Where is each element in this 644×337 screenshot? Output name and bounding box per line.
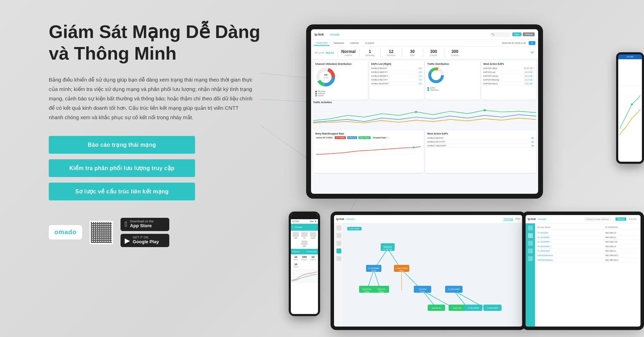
svg-text:Switch: Switch [371, 270, 377, 272]
stat-3: 30 EAP [405, 49, 419, 56]
bt-tabs: Topology Map [503, 217, 520, 221]
bp-icon-4: 300 [301, 240, 308, 247]
new-btn[interactable]: New [512, 32, 521, 36]
bt-tab-map[interactable]: Map [515, 217, 520, 221]
traffic-label-2: Switches [430, 89, 439, 91]
brt-tab-device[interactable]: Device [628, 217, 638, 221]
bp-clients-val: 10 [292, 263, 300, 266]
bt-tab-topology[interactable]: Topology [503, 217, 513, 221]
eap-name-3: A4:8E12:6E1YFY [371, 79, 388, 81]
topology-svg: Gateway TL-ER7206 T4-SG2008P Switch T4-8… [346, 225, 520, 324]
right-phone-chart [620, 61, 641, 160]
svg-text:EAP214-6: EAP214-6 [378, 288, 386, 290]
active-eap-4: EAP225-Floor1 5.41 GB ↑ [483, 82, 534, 86]
qr-inner [91, 222, 112, 243]
stats-divider-6 [444, 49, 444, 57]
bt-header: tp·link omado Topology Map [334, 215, 522, 223]
expand-btn[interactable] [530, 50, 535, 56]
stats-divider-1 [337, 49, 338, 57]
bottom-eap-val-2: ●● [532, 145, 534, 147]
bt-sidebar [334, 223, 344, 327]
eap-item-3: A4:8E12:6E1YFY - 1% [371, 78, 422, 82]
eap-list: A4:8E12:6E3YFT - 1% A4:8E12:6E8YYT - 1% … [371, 67, 422, 86]
bp-devices-val: 359 [301, 255, 309, 259]
app-store-label-small: Download on the [130, 220, 154, 223]
right-phone-label: OC200 [627, 56, 633, 58]
brt-app: omado [538, 217, 546, 221]
tab-overview[interactable]: Overview [314, 40, 329, 46]
brt-name-2: TL-SG2008P [537, 241, 604, 243]
channel-util-legend: Blocked Inactive Active [315, 90, 366, 97]
tab-control[interactable]: Control [363, 41, 376, 45]
brt-name-5: EAP225-Bankvu [537, 254, 604, 256]
most-active-bottom-title: Most Active EAPs [427, 132, 534, 135]
tp-link-logo: tp·link [315, 33, 324, 36]
bt-sidebar-icon-1 [336, 225, 341, 230]
brt-search[interactable]: Search or enter address [584, 217, 612, 221]
btn-topology[interactable]: Sơ lược về cấu trúc liên kết mạng [49, 183, 195, 200]
channel-util-card: Channel Utilization Distribution 148 173… [313, 61, 368, 100]
traffic-dist-card: Traffic Distribution EAPs [425, 61, 480, 100]
google-play-icon: ▶ [125, 236, 130, 245]
bp-connected: Connected [307, 251, 317, 253]
active-eap-0: EAP225-Office 10.07 TB ↑ [483, 67, 534, 70]
svg-text:Gateway: Gateway [383, 246, 392, 248]
brt-sidebar-icon-1 [528, 225, 533, 230]
active-eap-val-4: 5.41 GB ↑ [525, 83, 534, 85]
bp-icon-router [293, 232, 299, 237]
active-eap-val-3: 11.5 GB ↑ [525, 79, 534, 81]
bp-label: OC200 [292, 220, 299, 222]
bottom-eap-0: A4:8E12:6E4YFT ●● [427, 136, 534, 140]
tab-clients[interactable]: Clients [348, 41, 361, 45]
brt-ip-4: 192.168.2.1 [605, 250, 638, 252]
legend-item-3: Active [315, 94, 366, 97]
page-title: Giám Sát Mạng Dễ Dàng và Thông Minh [49, 21, 272, 64]
svg-text:EAP214-6: EAP214-6 [453, 307, 461, 309]
google-play-badge[interactable]: ▶ GET IT ON Google Play [121, 234, 169, 247]
bottom-eap-2: A4:8ECC:6E21543T ●● [427, 144, 534, 148]
bt-sidebar-icon-2 [336, 233, 341, 238]
eap-val-0: - 1% [418, 67, 422, 69]
right-phone-content [618, 59, 642, 162]
bp-bottom-chart [291, 269, 318, 283]
brt-sidebar-icon-2 [528, 233, 533, 238]
traffic-activities-section: Traffic Activities [311, 101, 538, 129]
bottom-eap-val-0: ●● [532, 137, 534, 139]
eap-list-card: EAPs List (Right) A4:8E12:6E3YFT - 1% A4… [369, 61, 424, 100]
stat-4: 300 Clients [427, 49, 441, 56]
buttons-section: Báo cáo trạng thái mạng Kiểm tra phân ph… [49, 136, 272, 200]
link-listed-btn[interactable]: Link Listed [347, 227, 362, 230]
retry-badge-1: Active AP: 8.99% [315, 136, 333, 139]
bt-sidebar-icon-4 [336, 248, 341, 253]
brt-ip-5: 192.168.162.1 [605, 254, 638, 256]
btn-traffic-check[interactable]: Kiểm tra phân phối lưu lượng truy cập [49, 159, 195, 177]
google-play-text: GET IT ON Google Play [133, 236, 159, 245]
bp-stat-sites: 10 Sites [292, 255, 300, 261]
right-phone-header: OC200 [618, 54, 642, 59]
bp-sub: Site: ▼ [310, 220, 317, 222]
app-store-badge[interactable]:  Download on the App Store [121, 218, 169, 231]
eap-name-4: A4:8EC:6E21543T [371, 83, 389, 85]
bp-menu-icon: ≡ [292, 226, 294, 228]
svg-text:T4-8E12H5NP: T4-8E12H5NP [468, 307, 479, 309]
bp-device-icons: N/A 11 11/42 300 [291, 231, 318, 249]
retry-chart [315, 140, 422, 158]
brt-row-0: TL-ER7206 192.168.2.1 [537, 231, 638, 235]
bp-sites-val: 10 [292, 255, 300, 259]
btn-network-report[interactable]: Báo cáo trạng thái mạng [49, 136, 195, 154]
active-eap-name-4: EAP225-Floor1 [483, 83, 498, 85]
brt-ip-2: 192.168.2.41 [605, 241, 638, 243]
filter-btn[interactable]: ▼ [529, 41, 535, 45]
header-search[interactable]: 🔍 [489, 32, 510, 37]
bp-mini-chart [292, 270, 317, 282]
brt-name-3: TL-8G514HP [537, 245, 604, 247]
tab-network[interactable]: Network [332, 41, 346, 45]
eap-item-0: A4:8E12:6E3YFT - 1% [371, 67, 422, 70]
brt-th-name: Device Name ↑ [537, 226, 604, 228]
svg-text:Offline: Offline [399, 270, 404, 272]
bottom-eap-val-1: ●● [532, 141, 534, 143]
brt-tab-attract[interactable]: Attract [615, 217, 626, 221]
default-btn[interactable]: Default [523, 32, 535, 36]
bottom-tablet: tp·link omado Topology Map [331, 212, 526, 330]
stat-normal: Normal Interior [341, 49, 356, 56]
